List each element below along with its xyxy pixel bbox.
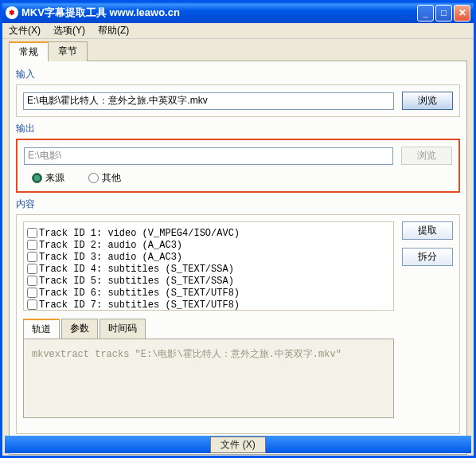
output-group: 浏览 来源 其他 xyxy=(16,139,460,193)
output-section-label: 输出 xyxy=(16,122,460,135)
radio-source[interactable]: 来源 xyxy=(32,171,64,185)
inner-tab-strip: 轨道 参数 时间码 xyxy=(23,319,394,339)
input-path-field[interactable] xyxy=(23,92,394,110)
radio-other-input[interactable] xyxy=(88,173,99,183)
split-button[interactable]: 拆分 xyxy=(402,248,453,266)
radio-source-input[interactable] xyxy=(32,173,42,183)
list-item[interactable]: Track ID 2: audio (A_AC3) xyxy=(27,239,390,251)
inner-tab-timecode[interactable]: 时间码 xyxy=(99,319,146,339)
window-title: MKV字幕提取工具 www.leawo.cn xyxy=(21,6,417,20)
titlebar[interactable]: ✱ MKV字幕提取工具 www.leawo.cn _ □ ✕ xyxy=(2,2,474,23)
list-item[interactable]: Track ID 3: audio (A_AC3) xyxy=(27,251,390,263)
content-group: Track ID 1: video (V_MPEG4/ISO/AVC) Trac… xyxy=(16,214,460,434)
tab-chapters[interactable]: 章节 xyxy=(48,41,88,61)
track-checkbox[interactable] xyxy=(27,288,37,298)
main-tab-strip: 常规 章节 xyxy=(9,41,467,61)
inner-tab-params[interactable]: 参数 xyxy=(61,319,98,339)
list-item[interactable]: Track ID 5: subtitles (S_TEXT/SSA) xyxy=(27,275,390,287)
extract-button[interactable]: 提取 xyxy=(402,221,453,240)
radio-other[interactable]: 其他 xyxy=(88,171,121,185)
output-path-field[interactable] xyxy=(24,147,393,165)
list-item[interactable]: Track ID 4: subtitles (S_TEXT/SSA) xyxy=(27,263,390,275)
input-group: 浏览 xyxy=(16,84,460,117)
tracks-list: Track ID 1: video (V_MPEG4/ISO/AVC) Trac… xyxy=(23,221,394,311)
list-item[interactable]: Track ID 1: video (V_MPEG4/ISO/AVC) xyxy=(27,227,390,239)
tab-general[interactable]: 常规 xyxy=(9,41,49,61)
list-item[interactable]: Track ID 7: subtitles (S_TEXT/UTF8) xyxy=(27,299,390,311)
radio-source-label: 来源 xyxy=(45,171,64,185)
status-file-button[interactable]: 文件 (X) xyxy=(210,436,265,453)
track-checkbox[interactable] xyxy=(27,264,37,274)
minimize-button[interactable]: _ xyxy=(417,5,434,22)
close-button[interactable]: ✕ xyxy=(454,5,470,22)
input-browse-button[interactable]: 浏览 xyxy=(402,92,453,110)
list-item[interactable]: Track ID 6: subtitles (S_TEXT/UTF8) xyxy=(27,287,390,299)
client-area: 常规 章节 输入 浏览 输出 浏览 来源 xyxy=(2,39,474,458)
track-checkbox[interactable] xyxy=(27,228,37,238)
menu-options[interactable]: 选项(Y) xyxy=(50,23,88,38)
output-browse-button: 浏览 xyxy=(401,147,452,165)
app-icon: ✱ xyxy=(6,6,18,19)
radio-other-label: 其他 xyxy=(102,171,121,185)
statusbar: 文件 (X) xyxy=(5,436,471,453)
menu-help[interactable]: 帮助(Z) xyxy=(95,23,132,38)
tab-panel-general: 输入 浏览 输出 浏览 来源 xyxy=(9,61,467,455)
track-checkbox[interactable] xyxy=(27,240,37,250)
track-checkbox[interactable] xyxy=(27,299,37,310)
window-controls: _ □ ✕ xyxy=(417,5,470,22)
content-action-buttons: 提取 拆分 xyxy=(402,221,453,266)
menu-file[interactable]: 文件(X) xyxy=(6,23,44,38)
app-window: ✱ MKV字幕提取工具 www.leawo.cn _ □ ✕ 文件(X) 选项(… xyxy=(0,0,476,458)
menubar: 文件(X) 选项(Y) 帮助(Z) xyxy=(2,23,474,39)
track-checkbox[interactable] xyxy=(27,276,37,286)
input-section-label: 输入 xyxy=(16,68,460,81)
maximize-button[interactable]: □ xyxy=(435,5,452,22)
output-radio-group: 来源 其他 xyxy=(24,171,452,185)
command-preview: mkvextract tracks "E:\电影\霍比特人：意外之旅.中英双字.… xyxy=(23,339,394,418)
track-checkbox[interactable] xyxy=(27,252,37,262)
content-section-label: 内容 xyxy=(16,198,460,211)
inner-tab-track[interactable]: 轨道 xyxy=(23,319,60,339)
